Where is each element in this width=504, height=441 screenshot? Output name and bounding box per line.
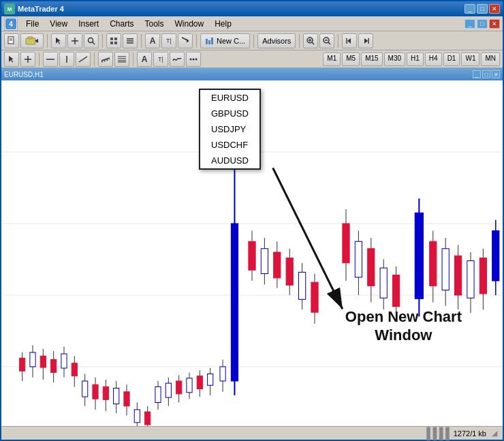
svg-marker-23: [187, 39, 189, 43]
svg-rect-117: [368, 249, 375, 286]
new-chart-button[interactable]: New C...: [200, 33, 250, 48]
tf-mn[interactable]: MN: [481, 52, 500, 66]
mdi-close[interactable]: ✕: [489, 19, 500, 29]
svg-rect-24: [206, 39, 208, 44]
separator-2: [102, 34, 103, 48]
svg-rect-83: [145, 412, 151, 425]
menu-view[interactable]: View: [44, 18, 73, 30]
svg-rect-25: [208, 40, 210, 44]
symbol-usdchf[interactable]: USDCHF: [200, 137, 259, 153]
menu-help[interactable]: Help: [209, 18, 237, 30]
tb-arrow[interactable]: [178, 33, 193, 48]
svg-rect-77: [114, 389, 119, 404]
tf-w1[interactable]: W1: [461, 52, 479, 66]
tb-scroll-left[interactable]: [342, 33, 357, 48]
separator-4: [196, 34, 197, 48]
svg-rect-75: [103, 386, 108, 399]
symbol-usdjpy[interactable]: USDJPY: [200, 121, 259, 137]
separator-5: [253, 34, 254, 48]
svg-rect-61: [30, 352, 35, 367]
tf-m1[interactable]: M1: [323, 52, 341, 66]
svg-rect-59: [20, 358, 25, 371]
mdi-restore[interactable]: □: [477, 19, 488, 29]
tb-new[interactable]: [4, 33, 19, 48]
maximize-button[interactable]: □: [477, 4, 488, 14]
separator-6: [299, 34, 300, 48]
chart-close[interactable]: ✕: [492, 70, 500, 78]
tb-text[interactable]: T|: [161, 33, 176, 48]
tb-more-draw[interactable]: [186, 52, 201, 67]
close-button[interactable]: ✕: [489, 4, 500, 14]
svg-rect-99: [220, 367, 225, 381]
tf-h4[interactable]: H4: [425, 52, 442, 66]
tb-fib[interactable]: [114, 52, 129, 67]
chart-container: EURUSD,H1 _ □ ✕: [1, 68, 503, 426]
tb-crosshair[interactable]: [67, 33, 82, 48]
tb-pointer[interactable]: [4, 52, 19, 67]
menu-charts[interactable]: Charts: [104, 18, 139, 30]
menu-tools[interactable]: Tools: [140, 18, 170, 30]
tb-zoom-out[interactable]: [319, 33, 334, 48]
tb-trendline[interactable]: [76, 52, 91, 67]
annotation-overlay: Open New Chart Window: [345, 308, 462, 344]
svg-rect-107: [286, 258, 293, 285]
svg-rect-105: [274, 252, 281, 278]
chart-minimize[interactable]: _: [473, 70, 481, 78]
advisors-button[interactable]: Advisors: [257, 33, 296, 48]
menu-window[interactable]: Window: [170, 18, 210, 30]
svg-text:4: 4: [9, 20, 13, 28]
tb-vline[interactable]: [59, 52, 74, 67]
tb-hline[interactable]: [43, 52, 58, 67]
symbol-audusd[interactable]: AUDUSD: [200, 153, 259, 168]
tb-scroll-right[interactable]: [358, 33, 373, 48]
symbol-gbpusd[interactable]: GBPUSD: [200, 106, 259, 121]
svg-rect-81: [134, 410, 140, 423]
svg-rect-63: [40, 356, 46, 367]
tf-m5[interactable]: M5: [342, 52, 360, 66]
chart-title: EURUSD,H1: [4, 71, 44, 78]
tb-wave[interactable]: [170, 52, 185, 67]
tb-crosshair2[interactable]: [20, 52, 35, 67]
menu-insert[interactable]: Insert: [73, 18, 104, 30]
tb-zoom-in[interactable]: [303, 33, 318, 48]
tb-text2[interactable]: A: [137, 52, 152, 67]
mdi-minimize[interactable]: _: [464, 19, 475, 29]
tf-d1[interactable]: D1: [443, 52, 460, 66]
minimize-button[interactable]: _: [464, 4, 475, 14]
inner-titlebar: EURUSD,H1 _ □ ✕: [1, 68, 503, 80]
tb-list[interactable]: [123, 33, 138, 48]
svg-rect-67: [61, 354, 67, 368]
tb-channel[interactable]: [98, 52, 113, 67]
menu-bar: 4 File View Insert Charts Tools Window H…: [1, 16, 503, 31]
menu-file[interactable]: File: [20, 18, 44, 30]
tb-open[interactable]: [20, 33, 44, 48]
chart-restore[interactable]: □: [482, 70, 490, 78]
svg-rect-123: [415, 213, 423, 299]
app-icon: M: [4, 3, 15, 14]
tf-m30[interactable]: M30: [384, 52, 405, 66]
svg-rect-93: [197, 376, 202, 389]
svg-rect-16: [114, 37, 117, 40]
svg-line-32: [328, 42, 330, 44]
tb-cursor[interactable]: [51, 33, 66, 48]
tb-zoom[interactable]: [84, 33, 99, 48]
tb-label[interactable]: T|: [153, 52, 168, 67]
svg-rect-135: [492, 231, 499, 282]
new-chart-label: New C...: [217, 37, 245, 45]
svg-rect-95: [208, 374, 213, 386]
svg-rect-103: [261, 249, 268, 274]
separator-d1: [39, 52, 40, 66]
svg-rect-115: [355, 241, 362, 277]
window-title: MetaTrader 4: [18, 5, 64, 13]
svg-rect-131: [467, 261, 474, 299]
svg-point-13: [89, 37, 93, 42]
main-window: M MetaTrader 4 _ □ ✕ 4 File View Insert …: [0, 0, 504, 441]
tb-properties[interactable]: [106, 33, 121, 48]
tb-A[interactable]: A: [145, 33, 160, 48]
separator-1: [47, 34, 48, 48]
tf-m15[interactable]: M15: [361, 52, 382, 66]
advisors-label: Advisors: [262, 37, 291, 45]
symbol-eurusd[interactable]: EURUSD: [200, 90, 259, 106]
tf-h1[interactable]: H1: [407, 52, 424, 66]
svg-text:M: M: [7, 6, 12, 12]
